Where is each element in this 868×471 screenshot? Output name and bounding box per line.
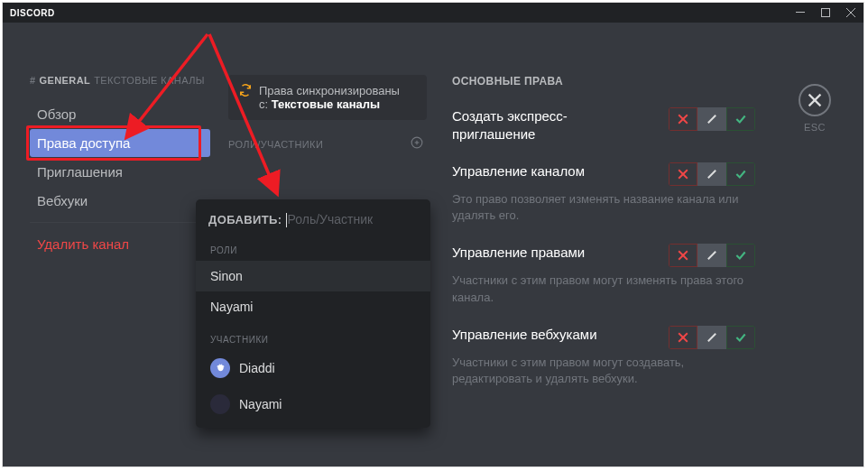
svg-line-18	[708, 334, 716, 341]
perm-title: Управление правами	[452, 244, 585, 262]
permissions-column: ОСНОВНЫЕ ПРАВА Создать экспресс-приглаше…	[452, 75, 863, 466]
channel-name: GENERAL	[40, 75, 91, 86]
minimize-icon[interactable]	[788, 3, 813, 23]
add-role-popover: ДОБАВИТЬ: Роль/Участник РОЛИ Sinon Nayam…	[196, 199, 430, 428]
perm-desc: Участники с этим правом могут изменять п…	[452, 272, 755, 305]
svg-line-9	[708, 115, 716, 123]
allow-icon[interactable]	[726, 107, 755, 131]
discord-window: DISCORD # GENERAL ТЕКСТОВЫЕ КАНАЛЫ Обзор…	[2, 2, 864, 467]
deny-icon[interactable]	[669, 326, 697, 349]
perm-title: Управление каналом	[452, 162, 585, 180]
maximize-icon[interactable]	[813, 3, 838, 23]
perm-toggle[interactable]	[669, 107, 755, 131]
passthrough-icon[interactable]	[697, 326, 726, 349]
breadcrumb: # GENERAL ТЕКСТОВЫЕ КАНАЛЫ	[30, 75, 210, 86]
close-window-icon[interactable]	[838, 3, 863, 23]
add-role-icon[interactable]	[411, 136, 423, 152]
svg-line-15	[708, 252, 716, 259]
deny-icon[interactable]	[669, 244, 697, 267]
nav-permissions[interactable]: Права доступа	[30, 129, 210, 157]
passthrough-icon[interactable]	[697, 107, 726, 131]
svg-line-12	[708, 171, 716, 178]
nav-webhooks[interactable]: Вебхуки	[30, 187, 210, 215]
perm-row: Управление правами Участники с этим прав…	[452, 244, 755, 305]
svg-rect-0	[796, 12, 805, 13]
perm-row: Управление каналом Это право позволяет и…	[452, 162, 755, 224]
svg-rect-1	[822, 9, 830, 17]
perm-toggle[interactable]	[669, 326, 755, 349]
perm-desc: Это право позволяет изменять название ка…	[452, 191, 755, 224]
hash-icon: #	[30, 75, 36, 86]
perm-desc: Участники с этим правом могут создавать,…	[452, 355, 755, 387]
popover-search[interactable]: ДОБАВИТЬ: Роль/Участник	[196, 199, 430, 233]
member-option[interactable]: Diaddi	[196, 350, 430, 386]
roles-column: Права синхронизированы с: Текстовые кана…	[228, 75, 427, 466]
deny-icon[interactable]	[669, 162, 697, 186]
member-option[interactable]: Nayami	[196, 386, 430, 422]
roles-section-header: РОЛИ/УЧАСТНИКИ	[228, 136, 427, 152]
settings-body: # GENERAL ТЕКСТОВЫЕ КАНАЛЫ Обзор Права д…	[3, 23, 863, 466]
perm-title: Управление вебхуками	[452, 326, 597, 344]
sync-text: Права синхронизированы с: Текстовые кана…	[259, 84, 400, 111]
breadcrumb-category: ТЕКСТОВЫЕ КАНАЛЫ	[94, 75, 205, 86]
perm-row: Управление вебхуками Участники с этим пр…	[452, 326, 755, 387]
role-option[interactable]: Nayami	[196, 291, 430, 322]
allow-icon[interactable]	[726, 244, 755, 267]
perm-title: Создать экспресс-приглашение	[452, 107, 642, 143]
window-controls	[788, 3, 863, 23]
passthrough-icon[interactable]	[697, 244, 726, 267]
role-search-input[interactable]: Роль/Участник	[286, 212, 418, 227]
sync-icon	[239, 84, 252, 111]
sync-notice: Права синхронизированы с: Текстовые кана…	[228, 75, 427, 120]
perm-toggle[interactable]	[669, 162, 755, 186]
nav-delete-channel[interactable]: Удалить канал	[30, 230, 210, 258]
allow-icon[interactable]	[726, 162, 755, 186]
nav-overview[interactable]: Обзор	[30, 100, 210, 128]
close-button[interactable]	[799, 84, 831, 116]
passthrough-icon[interactable]	[697, 162, 726, 186]
avatar	[210, 394, 230, 414]
nav-separator	[30, 222, 205, 223]
perm-toggle[interactable]	[669, 244, 755, 267]
role-option[interactable]: Sinon	[196, 261, 430, 291]
popover-members-label: УЧАСТНИКИ	[196, 322, 430, 350]
permissions-header: ОСНОВНЫЕ ПРАВА	[452, 75, 755, 88]
esc-label: ESC	[799, 122, 831, 133]
titlebar: DISCORD	[3, 3, 863, 23]
nav-invitations[interactable]: Приглашения	[30, 158, 210, 186]
sidebar: # GENERAL ТЕКСТОВЫЕ КАНАЛЫ Обзор Права д…	[30, 75, 210, 466]
close-settings: ESC	[799, 84, 831, 133]
popover-roles-label: РОЛИ	[196, 233, 430, 261]
perm-row: Создать экспресс-приглашение	[452, 107, 755, 143]
deny-icon[interactable]	[669, 107, 697, 131]
app-title: DISCORD	[10, 8, 55, 18]
popover-add-label: ДОБАВИТЬ:	[208, 213, 282, 226]
allow-icon[interactable]	[726, 326, 755, 349]
avatar	[210, 358, 230, 378]
